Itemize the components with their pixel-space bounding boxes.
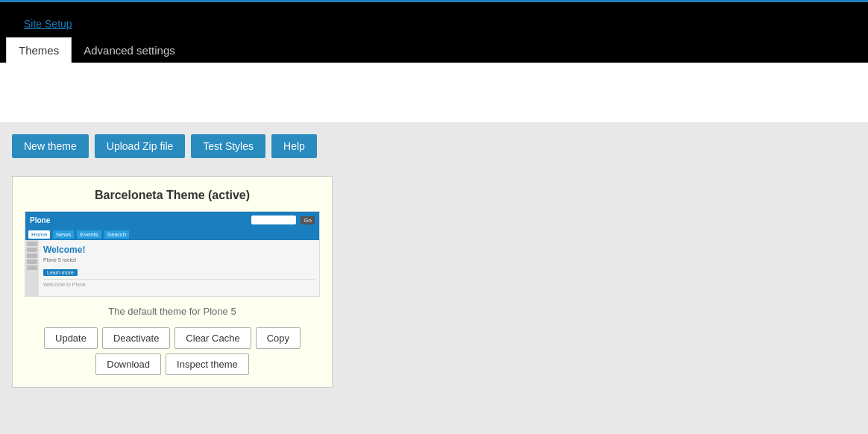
- theme-description: The default theme for Plone 5: [25, 306, 320, 317]
- preview-sidebar-item-4: [27, 260, 37, 264]
- deactivate-button[interactable]: Deactivate: [102, 327, 170, 349]
- preview-sidebar-item-2: [27, 248, 37, 252]
- preview-heading: Welcome!: [43, 245, 315, 255]
- preview-sidebar-item-3: [27, 254, 37, 258]
- preview-sidebar-item-1: [27, 242, 37, 246]
- tab-advanced-settings[interactable]: Advanced settings: [72, 38, 187, 63]
- top-accent-bar: [0, 0, 868, 6]
- clear-cache-button[interactable]: Clear Cache: [174, 327, 251, 349]
- preview-sidebar: [25, 240, 39, 296]
- preview-search-btn: Go: [301, 216, 315, 224]
- preview-nav-events: Events: [77, 230, 101, 239]
- theme-title: Barceloneta Theme (active): [25, 189, 320, 202]
- preview-topbar: Plone Go: [25, 212, 319, 228]
- preview-nav-search: Search: [104, 230, 129, 239]
- preview-search-box: [251, 216, 296, 224]
- preview-cta: Learn more: [43, 269, 78, 276]
- site-setup-link[interactable]: Site Setup: [12, 10, 84, 34]
- preview-nav-home: Home: [28, 230, 50, 239]
- main-content: New theme Upload Zip file Test Styles He…: [0, 122, 868, 434]
- tab-themes[interactable]: Themes: [6, 37, 72, 63]
- preview-footer-text: Welcome to Plone: [43, 282, 315, 287]
- preview-logo-text: Plone: [30, 216, 50, 224]
- theme-preview: Plone Go Home News Events Search: [25, 211, 320, 297]
- preview-divider: [43, 279, 315, 280]
- preview-nav: Home News Events Search: [25, 228, 319, 240]
- inspect-theme-button[interactable]: Inspect theme: [166, 353, 249, 375]
- test-styles-button[interactable]: Test Styles: [191, 134, 265, 158]
- download-button[interactable]: Download: [95, 353, 161, 375]
- preview-subtext: Plone 5 rocks!: [43, 257, 315, 262]
- white-area: [0, 63, 868, 122]
- themes-grid: Barceloneta Theme (active) Plone Go Home…: [0, 170, 868, 400]
- toolbar: New theme Upload Zip file Test Styles He…: [0, 122, 868, 170]
- tabs-bar: Themes Advanced settings: [0, 37, 868, 63]
- theme-card-barceloneta: Barceloneta Theme (active) Plone Go Home…: [12, 176, 333, 388]
- help-button[interactable]: Help: [271, 134, 317, 158]
- preview-sidebar-item-5: [27, 265, 37, 270]
- upload-zip-button[interactable]: Upload Zip file: [95, 134, 186, 158]
- new-theme-button[interactable]: New theme: [12, 134, 89, 158]
- theme-actions: Update Deactivate Clear Cache Copy Downl…: [25, 327, 320, 375]
- copy-button[interactable]: Copy: [256, 327, 301, 349]
- preview-main-area: Welcome! Plone 5 rocks! Learn more Welco…: [39, 240, 319, 296]
- update-button[interactable]: Update: [44, 327, 98, 349]
- preview-nav-news: News: [53, 230, 74, 239]
